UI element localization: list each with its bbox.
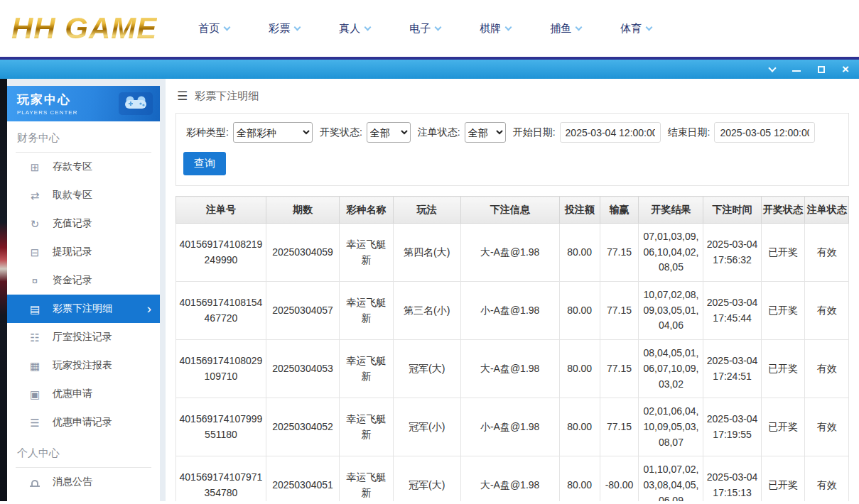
lottery-type-select[interactable]: 全部彩种 — [233, 122, 313, 143]
cell-bet-info: 大-A盘@1.98 — [460, 340, 559, 398]
nav-item-1[interactable]: 彩票 — [269, 22, 300, 35]
sidebar-item-label: 消息公告 — [53, 476, 92, 488]
cell-draw-result: 10,07,02,08,09,03,05,01,04,06 — [639, 282, 703, 340]
sidebar-section-title: 个人中心 — [16, 444, 151, 468]
cell-play-type: 冠军(大) — [393, 456, 460, 501]
nav-item-4[interactable]: 棋牌 — [480, 22, 511, 35]
main-panel: ☰ 彩票下注明细 彩种类型: 全部彩种 开奖状态: 全部 注单状态: 全部 开始… — [166, 79, 859, 501]
column-header-play-type: 玩法 — [393, 197, 460, 224]
order-status-select[interactable]: 全部 — [465, 122, 506, 143]
draw-status-label: 开奖状态: — [320, 126, 362, 139]
window-minimize-icon[interactable] — [792, 70, 801, 72]
bets-table: 注单号期数彩种名称玩法下注信息投注额输赢开奖结果下注时间开奖状态注单状态 401… — [175, 196, 849, 501]
cell-win-loss: 77.15 — [600, 340, 639, 398]
nav-item-5[interactable]: 捕鱼 — [550, 22, 581, 35]
sidebar-item-bell[interactable]: 消息公告 — [7, 468, 160, 496]
column-header-order-status: 注单状态 — [805, 197, 849, 224]
nav-item-label: 真人 — [339, 22, 360, 35]
hall-icon: ☷ — [28, 332, 41, 343]
query-button[interactable]: 查询 — [183, 152, 226, 175]
cell-win-loss: 77.15 — [600, 224, 639, 282]
cell-draw-result: 02,01,06,04,10,09,05,03,08,07 — [639, 398, 703, 456]
column-header-draw-status: 开奖状态 — [761, 197, 805, 224]
sidebar-item-label: 存款专区 — [53, 160, 92, 173]
draw-status-select[interactable]: 全部 — [367, 122, 411, 143]
cell-lottery-name: 幸运飞艇新 — [340, 456, 394, 501]
sidebar-item-label: 提现记录 — [53, 246, 92, 258]
cell-bet-time: 2025-03-04 17:24:51 — [703, 340, 761, 398]
cell-bet-info: 小-A盘@1.98 — [460, 398, 559, 456]
sidebar-item-lottery[interactable]: ▤彩票下注明细› — [7, 295, 160, 323]
column-header-bet-time: 下注时间 — [703, 197, 761, 224]
cell-order-status: 有效 — [805, 398, 849, 456]
column-header-lottery-name: 彩种名称 — [340, 197, 394, 224]
cell-bet-amount: 80.00 — [559, 456, 600, 501]
cell-period: 20250304057 — [266, 282, 339, 340]
cell-bet-amount: 80.00 — [559, 340, 600, 398]
cell-win-loss: 77.15 — [600, 398, 639, 456]
content-area: 玩家中心 PLAYERS CENTER 财务中心⊞存款专区⇄取款专区↻充值 — [0, 79, 859, 501]
cashout-icon: ⊟ — [28, 247, 41, 258]
sidebar-card: 玩家中心 PLAYERS CENTER 财务中心⊞存款专区⇄取款专区↻充值 — [7, 86, 160, 501]
chevron-down-icon — [224, 23, 231, 31]
sidebar-item-deposit[interactable]: ⊞存款专区 — [7, 153, 160, 181]
nav-item-0[interactable]: 首页 — [198, 22, 229, 35]
lottery-icon: ▤ — [28, 304, 41, 314]
promo-record-icon: ☰ — [28, 417, 41, 428]
sidebar-item-promo-record[interactable]: ☰优惠申请记录 — [7, 408, 160, 437]
cell-lottery-name: 幸运飞艇新 — [340, 282, 394, 340]
sidebar-item-funds[interactable]: ¤资金记录 — [7, 266, 160, 295]
filter-panel: 彩种类型: 全部彩种 开奖状态: 全部 注单状态: 全部 开始日期: 结束日期:… — [175, 113, 849, 186]
sidebar-item-cashout[interactable]: ⊟提现记录 — [7, 238, 160, 266]
sidebar: 玩家中心 PLAYERS CENTER 财务中心⊞存款专区⇄取款专区↻充值 — [7, 79, 160, 501]
sidebar-header: 玩家中心 PLAYERS CENTER — [7, 86, 160, 121]
end-date-input[interactable] — [714, 122, 815, 143]
cell-bet-id: 401569174107971354780 — [176, 456, 266, 501]
cell-bet-id: 401569174108154467720 — [176, 282, 266, 340]
column-header-bet-amount: 投注额 — [559, 197, 600, 224]
cell-draw-status: 已开奖 — [761, 224, 805, 282]
sidebar-item-label: 厅室投注记录 — [53, 331, 112, 344]
sidebar-item-report[interactable]: ▦玩家投注报表 — [7, 351, 160, 380]
breadcrumb: ☰ 彩票下注明细 — [166, 79, 859, 113]
cell-order-status: 有效 — [805, 224, 849, 282]
background-edge-strip — [0, 79, 7, 501]
start-date-input[interactable] — [560, 122, 661, 143]
window-close-icon[interactable]: × — [842, 63, 849, 75]
cell-lottery-name: 幸运飞艇新 — [340, 340, 394, 398]
sidebar-item-withdraw[interactable]: ⇄取款专区 — [7, 181, 160, 209]
cell-win-loss: 77.15 — [600, 282, 639, 340]
main-nav: 首页彩票真人电子棋牌捕鱼体育 — [198, 22, 652, 35]
site-logo[interactable]: HH GAME — [11, 11, 157, 45]
page-title: 彩票下注明细 — [195, 89, 259, 103]
cell-draw-status: 已开奖 — [761, 398, 805, 456]
menu-icon[interactable]: ☰ — [177, 89, 188, 104]
cell-play-type: 第四名(大) — [393, 224, 460, 282]
window-collapse-icon[interactable] — [768, 64, 776, 72]
chevron-down-icon — [576, 23, 583, 31]
sidebar-item-hall[interactable]: ☷厅室投注记录 — [7, 323, 160, 351]
sidebar-item-recharge[interactable]: ↻充值记录 — [7, 209, 160, 238]
nav-item-label: 捕鱼 — [550, 22, 571, 35]
nav-item-label: 体育 — [620, 22, 642, 35]
window-maximize-icon[interactable] — [818, 66, 825, 73]
table-row: 40156917410802910971020250304053幸运飞艇新冠军(… — [176, 340, 849, 398]
nav-item-3[interactable]: 电子 — [409, 22, 441, 35]
nav-item-label: 棋牌 — [480, 22, 501, 35]
report-icon: ▦ — [28, 361, 41, 371]
window-controls: × — [769, 63, 849, 75]
nav-item-6[interactable]: 体育 — [620, 22, 652, 35]
cell-bet-id: 401569174108029109710 — [176, 340, 266, 398]
bell-icon — [28, 477, 41, 488]
nav-item-2[interactable]: 真人 — [339, 22, 370, 35]
sidebar-item-label: 优惠申请 — [53, 388, 92, 400]
cell-bet-time: 2025-03-04 17:45:44 — [703, 282, 761, 340]
cell-period: 20250304059 — [266, 224, 339, 282]
lottery-type-label: 彩种类型: — [186, 126, 229, 139]
cell-play-type: 冠军(小) — [393, 398, 460, 456]
cell-play-type: 第三名(小) — [393, 282, 460, 340]
sidebar-item-promo[interactable]: ▣优惠申请 — [7, 380, 160, 408]
sidebar-item-label: 资金记录 — [53, 274, 92, 287]
table-body: 40156917410821924999020250304059幸运飞艇新第四名… — [176, 224, 849, 502]
cell-order-status: 有效 — [805, 340, 849, 398]
